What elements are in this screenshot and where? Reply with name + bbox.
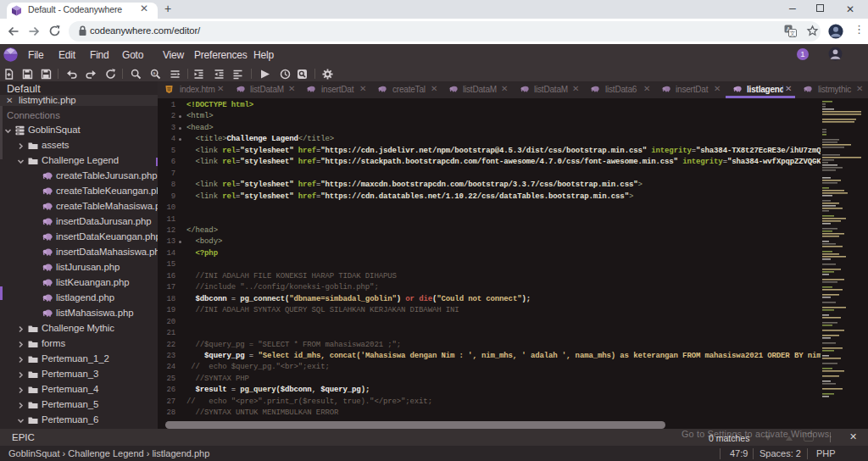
svg-text:a: a [153,70,156,75]
svg-text:文: 文 [790,30,796,36]
